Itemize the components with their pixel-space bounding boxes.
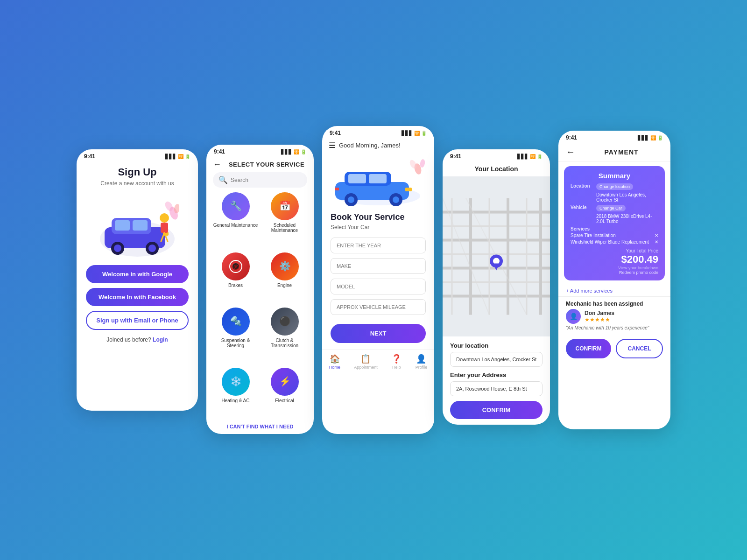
svg-rect-38 <box>348 174 366 183</box>
service-item-suspension[interactable]: 🔩 Suspension & Steering <box>213 308 258 364</box>
location-key: Location <box>571 183 596 189</box>
nav-profile[interactable]: 👤 Profile <box>416 354 428 370</box>
confirm-payment-button[interactable]: CONFIRM <box>566 339 611 358</box>
nav-appointment[interactable]: 📋 Appointment <box>354 354 378 370</box>
signal-icons-5: ▋▋▋ 🛜 🔋 <box>638 135 663 140</box>
svg-text:⚙️: ⚙️ <box>279 260 290 272</box>
service-1-label: Spare Tire Installation <box>571 233 616 238</box>
vehicle-row: Vehicle Change Car <box>571 205 658 211</box>
signal-icons-4: ▋▋▋ 🛜 🔋 <box>517 154 543 159</box>
phone-payment: 9:41 ▋▋▋ 🛜 🔋 ← PAYMENT Summary Location … <box>558 131 670 429</box>
general-maintenance-label: General Maintenance <box>213 223 258 228</box>
svg-rect-44 <box>405 188 412 191</box>
login-link[interactable]: Login <box>153 336 168 343</box>
time-1: 9:41 <box>84 153 95 160</box>
service-item-brakes[interactable]: ◎ Brakes <box>213 252 258 304</box>
svg-text:◎: ◎ <box>233 263 238 270</box>
breakdown-link[interactable]: View your breakdown <box>571 266 658 270</box>
cant-find-link[interactable]: I CAN'T FIND WHAT I NEED <box>206 419 314 434</box>
book-title: Book Your Service <box>322 209 434 224</box>
search-bar[interactable]: 🔍 <box>213 172 307 188</box>
car-woman-svg <box>95 192 179 258</box>
login-prompt: Joined us before? Login <box>106 336 168 343</box>
search-input[interactable] <box>231 177 302 183</box>
promo-text[interactable]: Redeem promo code <box>571 270 658 275</box>
add-services-link[interactable]: + Add more services <box>558 285 670 296</box>
location-input[interactable] <box>450 352 543 367</box>
hamburger-icon[interactable]: ☰ <box>329 141 335 150</box>
mechanic-section: Mechanic has been assigned 👤 Don James ★… <box>558 296 670 334</box>
location-value: Downtown Los Angeles, Crocker St <box>596 192 658 203</box>
total-amount: $200.49 <box>571 253 658 266</box>
svg-point-43 <box>393 196 399 203</box>
clutch-icon: ⚫ <box>271 308 299 336</box>
back-arrow-icon[interactable]: ← <box>213 160 221 169</box>
map-area[interactable] <box>443 176 550 336</box>
scheduled-maintenance-label: Scheduled Maintenance <box>262 223 307 233</box>
vehicle-value: 2018 BMW 230i xDrive L4-2.0L Turbo <box>596 214 658 224</box>
service-item-scheduled[interactable]: 📅 Scheduled Maintenance <box>262 192 307 249</box>
signal-icons-2: ▋▋▋ 🛜 🔋 <box>281 149 306 154</box>
profile-label: Profile <box>416 365 428 370</box>
mechanic-stars: ★★★★★ <box>585 316 614 323</box>
svg-rect-4 <box>133 220 148 231</box>
time-4: 9:41 <box>450 153 461 160</box>
time-3: 9:41 <box>330 130 341 136</box>
signal-icons-3: ▋▋▋ 🛜 🔋 <box>402 131 427 136</box>
total-label: Your Total Price <box>571 248 658 253</box>
search-icon: 🔍 <box>218 175 228 184</box>
svg-rect-39 <box>369 174 387 183</box>
engine-label: Engine <box>277 283 292 288</box>
year-input[interactable] <box>331 238 426 253</box>
location-value-row: Downtown Los Angeles, Crocker St <box>571 192 658 203</box>
cancel-payment-button[interactable]: CANCEL <box>616 339 663 358</box>
electrical-icon: ⚡ <box>271 368 299 396</box>
payment-actions: CONFIRM CANCEL <box>558 334 670 365</box>
remove-service-1[interactable]: ✕ <box>655 233 658 238</box>
service-item-clutch[interactable]: ⚫ Clutch & Transmission <box>262 308 307 364</box>
service-item-electrical[interactable]: ⚡ Electrical <box>262 368 307 419</box>
service-2-row: Windshield Wiper Blade Replacement ✕ <box>571 239 658 245</box>
address-input[interactable] <box>450 381 543 396</box>
nav-help[interactable]: ❓ Help <box>391 354 402 370</box>
change-car-button[interactable]: Change Car <box>596 205 626 211</box>
facebook-signin-button[interactable]: Welcome In with Facebook <box>86 288 189 306</box>
google-signin-button[interactable]: Welcome in with Google <box>86 265 189 283</box>
suspension-icon: 🔩 <box>222 308 250 336</box>
greeting-text: Good Morning, James! <box>339 142 401 149</box>
nav-home[interactable]: 🏠 Home <box>329 354 340 370</box>
service-item-engine[interactable]: ⚙️ Engine <box>262 252 307 304</box>
svg-text:⚡: ⚡ <box>279 376 290 387</box>
wifi-icon: 🛜 <box>530 154 536 159</box>
svg-point-66 <box>493 258 500 265</box>
payment-back-arrow[interactable]: ← <box>566 147 575 157</box>
brakes-icon: ◎ <box>222 252 250 280</box>
signal-icons-1: ▋▋▋ 🛜 🔋 <box>165 154 190 159</box>
select-service-title: SELECT YOUR SERVICE <box>226 161 307 168</box>
make-input[interactable] <box>331 258 426 274</box>
svg-text:📅: 📅 <box>279 200 290 211</box>
wifi-icon: 🛜 <box>414 131 420 136</box>
signup-subtitle: Create a new account with us <box>100 180 174 187</box>
service-item-general[interactable]: 🔧 General Maintenance <box>213 192 258 249</box>
service-item-heating[interactable]: ❄️ Heating & AC <box>213 368 258 419</box>
service-1-row: Spare Tire Installation ✕ <box>571 233 658 238</box>
battery-icon: 🔋 <box>537 154 543 159</box>
time-5: 9:41 <box>566 134 577 141</box>
remove-service-2[interactable]: ✕ <box>655 239 658 245</box>
wifi-icon: 🛜 <box>650 135 656 140</box>
total-price-section: Your Total Price $200.49 View your break… <box>571 248 658 275</box>
change-location-button[interactable]: Change location <box>596 183 633 190</box>
summary-card: Summary Location Change location Downtow… <box>564 166 665 280</box>
confirm-location-button[interactable]: CONFRIM <box>450 401 543 419</box>
phone-book-service: 9:41 ▋▋▋ 🛜 🔋 ☰ Good Morning, James! <box>322 126 434 434</box>
next-button[interactable]: NEXT <box>331 324 426 343</box>
signup-illustration <box>95 192 179 258</box>
battery-icon: 🔋 <box>301 149 306 154</box>
signal-icon: ▋▋▋ <box>638 135 649 140</box>
status-bar-4: 9:41 ▋▋▋ 🛜 🔋 <box>443 149 550 161</box>
mileage-input[interactable] <box>331 299 426 315</box>
email-signup-button[interactable]: Sign up with Email or Phone <box>86 311 189 330</box>
model-input[interactable] <box>331 279 426 294</box>
svg-text:🔩: 🔩 <box>230 315 241 327</box>
